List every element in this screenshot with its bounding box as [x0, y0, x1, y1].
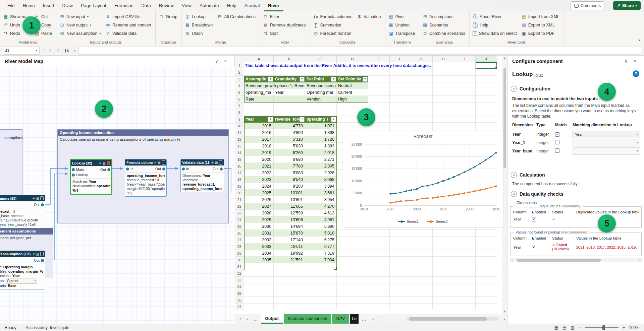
row-header-18[interactable]: 18	[235, 176, 244, 183]
table2-cell[interactable]: 1'883	[305, 143, 337, 149]
port-in-circle[interactable]	[72, 174, 75, 177]
combine-scenarios-button[interactable]: ⊙Combine scenarios	[421, 29, 468, 38]
comments-button[interactable]: Comments	[571, 1, 604, 10]
calculation-section-header[interactable]: ∧ Calculation	[511, 172, 545, 178]
table2-cell[interactable]: 2017	[244, 136, 274, 143]
row-header-5[interactable]: 5	[235, 89, 244, 96]
close-icon[interactable]: ×	[221, 59, 230, 64]
scroll-right-icon[interactable]: ›	[501, 315, 507, 323]
all-combinations-button[interactable]: ⊟All Combinations	[215, 12, 258, 21]
row-header-17[interactable]: 17	[235, 170, 244, 176]
scroll-up-icon[interactable]: ▲	[502, 56, 507, 60]
port-out-circle[interactable]	[220, 168, 223, 171]
more-sheets-icon[interactable]: …	[251, 315, 260, 323]
port-out-circle[interactable]	[162, 168, 165, 171]
row-header-16[interactable]: 16	[235, 163, 244, 170]
chevron-down-icon[interactable]: ▾	[72, 49, 77, 52]
node-formula-columns-20[interactable]: Formula columns (20)✳▦InOutrevenue_forec…	[0, 195, 45, 228]
row-header-36[interactable]: 36	[235, 297, 244, 304]
ribbon-tab-data[interactable]: Data	[137, 1, 155, 11]
table1-cell[interactable]: Revenue scena	[305, 82, 337, 89]
table2-cell[interactable]: 3'954	[305, 196, 337, 203]
node-formula-columns-40[interactable]: Formula columns (40)✳▦InOutoperating_inc…	[125, 159, 167, 197]
sheet-tab-lo[interactable]: Lo	[350, 314, 359, 324]
configuration-section-header[interactable]: ∧ Configuration	[511, 86, 550, 92]
sheet-tab-output[interactable]: Output	[261, 314, 283, 324]
table2-cell[interactable]: 9'260	[274, 183, 305, 190]
union-button[interactable]: ⊘Union	[183, 29, 216, 38]
filter-icon[interactable]: ▼	[268, 77, 273, 82]
table-resize-handle[interactable]	[334, 267, 337, 270]
table2-cell[interactable]: 1'398	[305, 129, 337, 136]
table2-cell[interactable]: 2024	[244, 183, 274, 190]
ribbon-tab-river[interactable]: River	[264, 1, 283, 11]
pivot-button[interactable]: ▤Pivot	[387, 12, 418, 21]
row-header-6[interactable]: 6	[235, 96, 244, 103]
new-assumption-button[interactable]: ⊞New assumption▾	[58, 29, 104, 38]
filter-icon[interactable]: ▼	[331, 117, 336, 122]
table2-cell[interactable]: 12'598	[274, 210, 305, 216]
table2-cell[interactable]: 2032	[244, 237, 274, 243]
ribbon-tab-review[interactable]: Review	[155, 1, 178, 11]
table1-cell[interactable]: Current	[337, 89, 368, 96]
table2-cell[interactable]: 2031	[244, 230, 274, 237]
matching-dimension-select[interactable]: Year▾	[573, 131, 640, 138]
column-header-e[interactable]: E	[368, 56, 390, 62]
cancel-formula-icon[interactable]: ×	[48, 48, 53, 53]
forecast-horizon-button[interactable]: ◷Forecast horizon	[311, 29, 355, 38]
table2-cell[interactable]: 2'928	[305, 170, 337, 176]
accessibility-status[interactable]: Accessibility: Investigate	[21, 325, 74, 330]
match-checkbox[interactable]	[555, 148, 559, 153]
row-header-4[interactable]: 4	[235, 82, 244, 89]
ribbon-tab-insert[interactable]: Insert	[39, 1, 58, 11]
filter-icon[interactable]: ▼	[300, 117, 305, 122]
row-header-3[interactable]: 3	[235, 76, 244, 82]
table2-cell[interactable]: 2028	[244, 210, 274, 216]
table1-cell[interactable]: Operating mar	[305, 89, 337, 96]
match-checkbox[interactable]	[555, 140, 559, 144]
sheet-options-icon[interactable]: ⋮	[378, 315, 387, 323]
row-header-19[interactable]: 19	[235, 183, 244, 190]
forecast-chart[interactable]: 05'00010'00015'00020'00025'0002010201520…	[343, 131, 503, 227]
chevron-down-icon[interactable]: ∨	[622, 59, 631, 64]
model-map-canvas[interactable]: ssumptionsOperating income calculationCa…	[0, 67, 235, 324]
table2-cell[interactable]: 2'271	[305, 156, 337, 163]
table1-cell[interactable]: Year	[274, 89, 305, 96]
column-header-c[interactable]: C	[305, 56, 337, 62]
table2-cell[interactable]: 2018	[244, 143, 274, 149]
row-header-20[interactable]: 20	[235, 190, 244, 196]
row-header-12[interactable]: 12	[235, 136, 244, 143]
row-header-1[interactable]: 1	[235, 62, 244, 69]
table2-cell[interactable]: 4'612	[305, 210, 337, 216]
table1-cell[interactable]: High	[337, 96, 368, 103]
ribbon-tab-file[interactable]: File	[3, 1, 19, 11]
row-header-32[interactable]: 32	[235, 270, 244, 277]
table2-cell[interactable]: 3'394	[305, 183, 337, 190]
panel-horizontal-scrollbar[interactable]: ‹ ›	[510, 258, 642, 262]
assumptions-button[interactable]: ⊞Assumptions	[421, 12, 468, 21]
table2-cell[interactable]: 4'890	[274, 129, 305, 136]
unpivot-button[interactable]: ▦Unpivot	[387, 21, 418, 29]
ribbon-collapse-icon[interactable]: ∨	[638, 38, 641, 42]
transpose-button[interactable]: ◪Transpose	[387, 29, 418, 38]
about-river-button[interactable]: ⓘAbout River	[471, 12, 520, 21]
zoom-slider-thumb[interactable]	[602, 325, 605, 330]
normal-view-icon[interactable]: ▦	[554, 325, 558, 330]
table1-cell[interactable]: Rate	[244, 96, 274, 103]
table2-cell[interactable]: 8'540	[274, 176, 305, 183]
row-header-23[interactable]: 23	[235, 210, 244, 216]
share-button[interactable]: ↗Share▾	[613, 1, 641, 10]
table2-cell[interactable]: 14'694	[274, 223, 305, 230]
row-header-31[interactable]: 31	[235, 263, 244, 270]
enter-formula-icon[interactable]: ✓	[55, 48, 61, 53]
sort-filter-icon[interactable]: ⇅	[268, 117, 273, 122]
table2-cell[interactable]: 2023	[244, 176, 274, 183]
column-header-f[interactable]: F	[390, 56, 411, 62]
column-header-a[interactable]: A	[244, 56, 274, 62]
chevron-down-icon[interactable]: ∨	[212, 59, 221, 64]
horizontal-scrollbar[interactable]	[407, 317, 499, 321]
breakdown-button[interactable]: ▦Breakdown	[183, 21, 216, 29]
table1-cell[interactable]: Revenue growth phase 1, Reve	[244, 82, 305, 89]
port-in-circle[interactable]	[126, 168, 129, 171]
table2-cell[interactable]: 5'380	[305, 223, 337, 230]
